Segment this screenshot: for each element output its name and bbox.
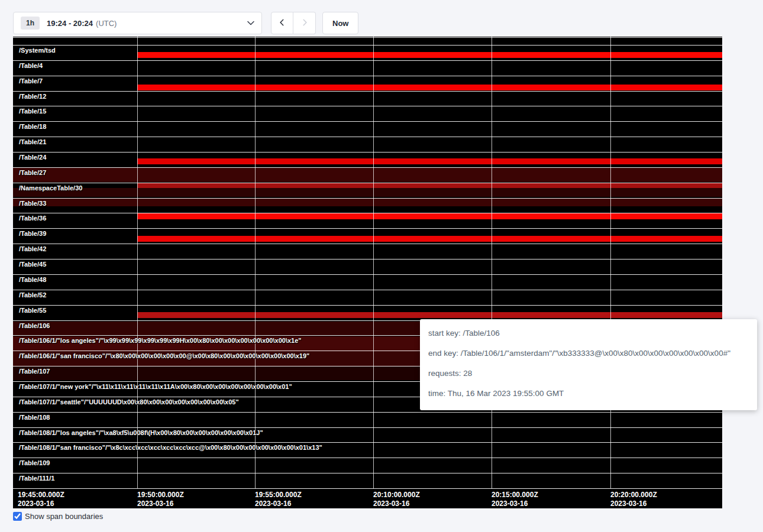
row-label: /Table/18	[19, 123, 46, 130]
prev-time-button[interactable]	[271, 12, 293, 34]
span-boundary	[13, 37, 722, 38]
span-boundary	[13, 442, 722, 443]
span-boundary	[13, 213, 722, 213]
span-boundary	[13, 274, 722, 275]
axis-tick-label: 19:50:00.000Z2023-03-16	[137, 491, 184, 508]
row-label: /Table/52	[19, 291, 46, 299]
row-label: /Table/15	[19, 108, 46, 115]
row-label: /Table/45	[19, 261, 46, 268]
axis-tick-label: 19:45:00.000Z2023-03-16	[18, 491, 64, 508]
heat-band	[13, 188, 722, 197]
heat-band	[137, 213, 722, 219]
axis-tick-label: 20:15:00.000Z2023-03-16	[492, 491, 538, 508]
now-button[interactable]: Now	[322, 12, 358, 34]
heat-band	[137, 312, 722, 318]
heat-band	[13, 198, 722, 206]
row-label: /Table/7	[19, 77, 43, 85]
span-boundary	[13, 121, 722, 122]
row-label: /Table/108/1/"los angeles"/"\xa8\xf5\u00…	[19, 429, 263, 436]
time-nav-group	[271, 12, 316, 34]
row-label: /Table/21	[19, 138, 46, 145]
span-boundary	[13, 152, 722, 153]
axis-tick-time: 20:15:00.000Z	[492, 491, 538, 499]
tooltip-start-key: start key: /Table/106	[428, 326, 749, 340]
chevron-right-icon	[300, 18, 309, 28]
span-boundary	[13, 137, 722, 137]
span-boundary	[13, 60, 722, 61]
span-boundary	[13, 45, 722, 46]
span-boundary	[13, 244, 722, 244]
axis-tick-label: 20:20:00.000Z2023-03-16	[610, 491, 657, 508]
row-label: /Table/36	[19, 215, 46, 222]
span-boundary	[13, 76, 722, 76]
span-tooltip: start key: /Table/106 end key: /Table/10…	[420, 319, 757, 410]
axis-tick-date: 2023-03-16	[373, 499, 420, 508]
span-boundary	[13, 458, 722, 458]
time-gridline	[137, 37, 138, 488]
span-boundary	[13, 473, 722, 473]
row-label: /Table/109	[19, 459, 50, 466]
tooltip-time: time: Thu, 16 Mar 2023 19:55:00 GMT	[428, 387, 749, 401]
axis-tick-date: 2023-03-16	[610, 499, 657, 508]
chevron-down-icon	[247, 21, 254, 25]
axis-tick-time: 19:45:00.000Z	[18, 491, 64, 499]
row-label: /Table/108	[19, 414, 50, 421]
span-boundary	[13, 488, 722, 489]
axis-tick-label: 19:55:00.000Z2023-03-16	[255, 491, 302, 508]
show-span-boundaries-checkbox[interactable]	[13, 512, 22, 521]
range-duration-badge: 1h	[21, 17, 40, 30]
show-span-boundaries-label[interactable]: Show span boundaries	[25, 512, 103, 521]
axis-tick-label: 20:10:00.000Z2023-03-16	[373, 491, 420, 508]
time-gridline	[610, 37, 611, 488]
row-label: /Table/24	[19, 154, 46, 161]
toolbar: 1h 19:24 - 20:24 (UTC) Now	[0, 0, 763, 37]
span-boundary	[13, 198, 722, 199]
axis-tick-time: 19:50:00.000Z	[137, 491, 184, 499]
axis-tick-time: 20:10:00.000Z	[373, 491, 420, 499]
heat-band	[137, 158, 722, 164]
span-boundary	[13, 91, 722, 92]
span-boundary	[13, 290, 722, 290]
row-label: /Table/12	[19, 93, 46, 100]
footer: Show span boundaries	[13, 512, 103, 521]
row-label: /Table/107/1/"new york"/"\x11\x11\x11\x1…	[19, 383, 292, 390]
axis-tick-date: 2023-03-16	[18, 499, 64, 508]
row-label: /Table/39	[19, 230, 46, 237]
heat-band	[137, 236, 722, 242]
heat-band	[137, 183, 722, 188]
row-label: /Table/55	[19, 307, 46, 314]
tooltip-requests: requests: 28	[428, 366, 749, 381]
row-label: /Table/108/1/"san francisco"/"\x8c\xcc\x…	[19, 444, 322, 451]
axis-tick-date: 2023-03-16	[492, 499, 538, 508]
span-boundary	[13, 305, 722, 306]
time-gridline	[373, 37, 374, 488]
axis-tick-time: 19:55:00.000Z	[255, 491, 302, 499]
row-label: /Table/42	[19, 245, 46, 252]
heat-band	[13, 168, 722, 182]
row-label: /Table/4	[19, 62, 43, 69]
time-range-dropdown[interactable]: 1h 19:24 - 20:24 (UTC)	[13, 12, 262, 34]
span-boundary	[13, 427, 722, 428]
heat-band	[137, 85, 722, 90]
span-boundary	[13, 228, 722, 229]
chevron-left-icon	[278, 18, 286, 28]
span-boundary	[13, 167, 722, 168]
row-label: /System/tsd	[19, 47, 56, 54]
next-time-button[interactable]	[293, 12, 316, 34]
span-boundary	[13, 412, 722, 413]
row-label: /Table/107/1/"seattle"/"UUUUUUD\x00\x80\…	[19, 398, 239, 406]
span-boundary	[13, 106, 722, 106]
range-timezone: (UTC)	[96, 19, 117, 28]
keyvis-canvas[interactable]: /System/tsd/Table/4/Table/7/Table/12/Tab…	[13, 37, 722, 508]
tooltip-end-key: end key: /Table/106/1/"amsterdam"/"\xb33…	[428, 346, 749, 361]
row-label: /Table/111/1	[19, 475, 54, 482]
time-gridline	[492, 37, 492, 488]
time-gridline	[255, 37, 256, 488]
span-boundary	[13, 259, 722, 259]
axis-tick-date: 2023-03-16	[137, 499, 184, 508]
range-label: 19:24 - 20:24	[47, 19, 93, 28]
axis-tick-date: 2023-03-16	[255, 499, 302, 508]
axis-tick-time: 20:20:00.000Z	[610, 491, 657, 499]
heat-band	[137, 52, 722, 58]
span-boundary	[13, 183, 722, 183]
